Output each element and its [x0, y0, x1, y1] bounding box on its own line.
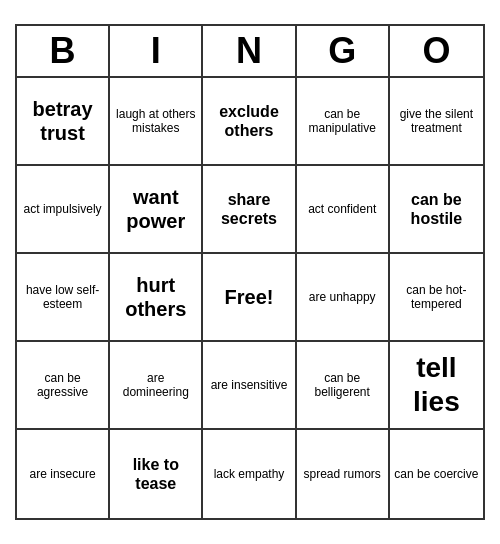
bingo-cell: can be agressive [17, 342, 110, 430]
bingo-cell: betray trust [17, 78, 110, 166]
bingo-cell: hurt others [110, 254, 203, 342]
header-letter: O [390, 26, 483, 76]
bingo-cell: tell lies [390, 342, 483, 430]
bingo-cell: are domineering [110, 342, 203, 430]
bingo-cell: are insensitive [203, 342, 296, 430]
bingo-cell: laugh at others mistakes [110, 78, 203, 166]
bingo-header: BINGO [17, 26, 483, 78]
bingo-cell: Free! [203, 254, 296, 342]
bingo-cell: exclude others [203, 78, 296, 166]
bingo-cell: can be hot-tempered [390, 254, 483, 342]
header-letter: G [297, 26, 390, 76]
bingo-cell: are insecure [17, 430, 110, 518]
bingo-cell: are unhappy [297, 254, 390, 342]
bingo-cell: spread rumors [297, 430, 390, 518]
header-letter: N [203, 26, 296, 76]
bingo-cell: act confident [297, 166, 390, 254]
header-letter: I [110, 26, 203, 76]
bingo-cell: want power [110, 166, 203, 254]
bingo-cell: can be hostile [390, 166, 483, 254]
bingo-cell: can be coercive [390, 430, 483, 518]
header-letter: B [17, 26, 110, 76]
bingo-cell: act impulsively [17, 166, 110, 254]
bingo-cell: can be belligerent [297, 342, 390, 430]
bingo-cell: have low self-esteem [17, 254, 110, 342]
bingo-card: BINGO betray trustlaugh at others mistak… [15, 24, 485, 520]
bingo-cell: lack empathy [203, 430, 296, 518]
bingo-cell: give the silent treatment [390, 78, 483, 166]
bingo-grid: betray trustlaugh at others mistakesexcl… [17, 78, 483, 518]
bingo-cell: can be manipulative [297, 78, 390, 166]
bingo-cell: like to tease [110, 430, 203, 518]
bingo-cell: share secrets [203, 166, 296, 254]
